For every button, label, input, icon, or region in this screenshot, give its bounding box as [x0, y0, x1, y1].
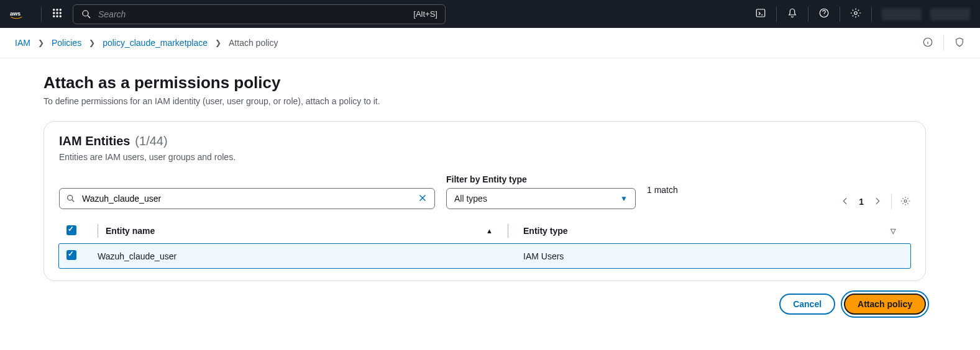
- table-header-row: Entity name ▲ Entity type ▽: [59, 218, 910, 244]
- breadcrumb-policy-name[interactable]: policy_claude_marketplace: [103, 38, 208, 48]
- clear-search-icon[interactable]: [417, 192, 428, 205]
- entity-search[interactable]: [59, 188, 435, 209]
- breadcrumb: IAM ❯ Policies ❯ policy_claude_marketpla…: [0, 28, 980, 58]
- match-count: 1 match: [647, 185, 678, 199]
- entity-type-select[interactable]: All types ▼: [446, 188, 636, 209]
- panel-title: IAM Entities: [59, 134, 130, 148]
- col-entity-type[interactable]: Entity type: [523, 226, 568, 236]
- search-icon: [66, 194, 76, 204]
- row-entity-type: IAM Users: [516, 244, 910, 268]
- row-entity-name: Wazuh_claude_user: [90, 244, 516, 268]
- pager-page-number: 1: [859, 197, 864, 207]
- entity-search-wrapper: [59, 174, 435, 209]
- chevron-right-icon: ❯: [38, 38, 44, 47]
- svg-point-8: [57, 16, 58, 17]
- panel-controls: Filter by Entity type All types ▼ 1 matc…: [59, 174, 910, 209]
- table-row[interactable]: Wazuh_claude_user IAM Users: [59, 244, 910, 268]
- col-separator: [508, 224, 508, 238]
- svg-point-9: [60, 16, 61, 17]
- pager-next[interactable]: [872, 196, 882, 208]
- sort-asc-icon[interactable]: ▲: [486, 227, 493, 235]
- nav-divider: [840, 7, 840, 22]
- nav-divider: [776, 7, 777, 22]
- breadcrumb-iam[interactable]: IAM: [15, 38, 30, 48]
- notifications-icon[interactable]: [787, 7, 798, 20]
- help-icon[interactable]: [818, 7, 830, 20]
- chevron-right-icon: ❯: [89, 38, 95, 47]
- select-all-checkbox[interactable]: [66, 225, 76, 235]
- services-menu-icon[interactable]: [52, 7, 63, 20]
- svg-point-2: [57, 9, 58, 11]
- entities-panel: IAM Entities (1/44) Entities are IAM use…: [44, 121, 926, 281]
- page-subtitle: To define permissions for an IAM identit…: [44, 96, 926, 106]
- sort-icon[interactable]: ▽: [891, 227, 895, 235]
- filter-label: Filter by Entity type: [446, 174, 636, 184]
- global-nav: aws [Alt+S]: [0, 0, 980, 28]
- main-content: Attach as a permissions policy To define…: [0, 58, 969, 330]
- tools-divider: [943, 35, 944, 50]
- account-menu[interactable]: [930, 8, 970, 20]
- cloudshell-icon[interactable]: [755, 7, 766, 20]
- nav-divider: [41, 7, 42, 22]
- form-actions: Cancel Attach policy: [44, 294, 926, 315]
- cancel-button[interactable]: Cancel: [779, 294, 835, 315]
- search-icon: [81, 9, 92, 20]
- search-shortcut: [Alt+S]: [413, 9, 437, 19]
- pagination: 1: [840, 194, 910, 209]
- table-preferences-icon[interactable]: [900, 196, 910, 208]
- chevron-down-icon: ▼: [620, 194, 628, 203]
- nav-divider: [871, 7, 872, 22]
- settings-icon[interactable]: [850, 7, 861, 20]
- breadcrumb-current: Attach policy: [229, 38, 278, 48]
- svg-point-10: [83, 11, 88, 16]
- entity-search-input[interactable]: [82, 194, 411, 204]
- row-checkbox[interactable]: [66, 250, 76, 260]
- global-search-input[interactable]: [98, 9, 407, 19]
- svg-line-11: [88, 16, 90, 18]
- page-tools: [922, 35, 965, 50]
- svg-text:aws: aws: [10, 11, 21, 17]
- info-icon[interactable]: [922, 37, 933, 50]
- chevron-right-icon: ❯: [215, 38, 221, 47]
- svg-point-4: [53, 12, 55, 14]
- account-region[interactable]: [882, 8, 922, 20]
- security-icon[interactable]: [954, 37, 965, 50]
- svg-point-22: [904, 200, 907, 202]
- svg-rect-12: [756, 9, 765, 17]
- col-separator: [98, 224, 98, 238]
- pager-divider: [891, 194, 892, 209]
- svg-point-14: [854, 12, 858, 15]
- entity-type-value: All types: [454, 194, 487, 204]
- svg-point-18: [68, 195, 73, 200]
- global-search[interactable]: [Alt+S]: [73, 4, 446, 24]
- svg-point-5: [57, 12, 58, 14]
- attach-policy-button[interactable]: Attach policy: [844, 294, 926, 315]
- entity-type-filter-wrapper: Filter by Entity type All types ▼: [446, 174, 636, 209]
- svg-point-3: [60, 9, 61, 11]
- entities-table: Entity name ▲ Entity type ▽: [59, 218, 910, 268]
- breadcrumb-policies[interactable]: Policies: [52, 38, 81, 48]
- aws-logo[interactable]: aws: [10, 8, 31, 20]
- svg-point-6: [60, 12, 61, 14]
- page-title: Attach as a permissions policy: [44, 73, 926, 92]
- svg-point-1: [53, 9, 55, 11]
- nav-divider: [808, 7, 808, 22]
- col-entity-name[interactable]: Entity name: [106, 226, 155, 236]
- panel-count: (1/44): [135, 134, 167, 148]
- panel-desc: Entities are IAM users, user groups and …: [59, 152, 910, 162]
- svg-point-7: [53, 16, 55, 17]
- pager-prev[interactable]: [840, 196, 850, 208]
- svg-line-19: [72, 200, 74, 202]
- nav-right: [755, 7, 970, 22]
